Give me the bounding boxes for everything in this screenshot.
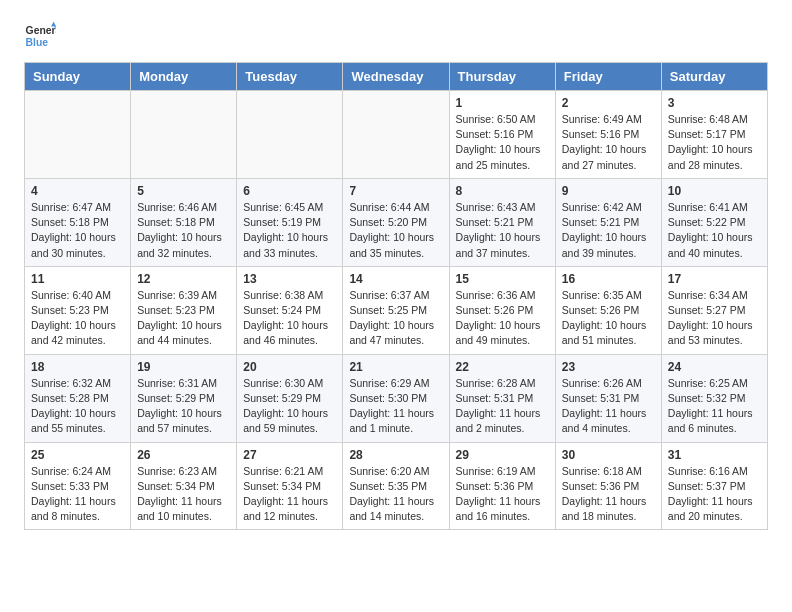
calendar-cell	[25, 91, 131, 179]
day-info: Sunrise: 6:31 AM Sunset: 5:29 PM Dayligh…	[137, 376, 230, 437]
day-info: Sunrise: 6:39 AM Sunset: 5:23 PM Dayligh…	[137, 288, 230, 349]
weekday-header-monday: Monday	[131, 63, 237, 91]
calendar-cell: 19Sunrise: 6:31 AM Sunset: 5:29 PM Dayli…	[131, 354, 237, 442]
day-number: 7	[349, 184, 442, 198]
day-number: 3	[668, 96, 761, 110]
calendar-cell: 2Sunrise: 6:49 AM Sunset: 5:16 PM Daylig…	[555, 91, 661, 179]
day-number: 4	[31, 184, 124, 198]
day-info: Sunrise: 6:19 AM Sunset: 5:36 PM Dayligh…	[456, 464, 549, 525]
day-info: Sunrise: 6:30 AM Sunset: 5:29 PM Dayligh…	[243, 376, 336, 437]
calendar-cell: 28Sunrise: 6:20 AM Sunset: 5:35 PM Dayli…	[343, 442, 449, 530]
calendar-cell: 10Sunrise: 6:41 AM Sunset: 5:22 PM Dayli…	[661, 178, 767, 266]
day-info: Sunrise: 6:36 AM Sunset: 5:26 PM Dayligh…	[456, 288, 549, 349]
calendar-cell: 14Sunrise: 6:37 AM Sunset: 5:25 PM Dayli…	[343, 266, 449, 354]
page-header: General Blue	[24, 20, 768, 52]
day-info: Sunrise: 6:48 AM Sunset: 5:17 PM Dayligh…	[668, 112, 761, 173]
day-number: 5	[137, 184, 230, 198]
day-number: 24	[668, 360, 761, 374]
calendar-cell: 17Sunrise: 6:34 AM Sunset: 5:27 PM Dayli…	[661, 266, 767, 354]
calendar-cell: 20Sunrise: 6:30 AM Sunset: 5:29 PM Dayli…	[237, 354, 343, 442]
day-number: 22	[456, 360, 549, 374]
day-info: Sunrise: 6:35 AM Sunset: 5:26 PM Dayligh…	[562, 288, 655, 349]
calendar-cell: 7Sunrise: 6:44 AM Sunset: 5:20 PM Daylig…	[343, 178, 449, 266]
calendar-cell: 23Sunrise: 6:26 AM Sunset: 5:31 PM Dayli…	[555, 354, 661, 442]
calendar-cell: 16Sunrise: 6:35 AM Sunset: 5:26 PM Dayli…	[555, 266, 661, 354]
day-info: Sunrise: 6:21 AM Sunset: 5:34 PM Dayligh…	[243, 464, 336, 525]
day-number: 13	[243, 272, 336, 286]
weekday-header-saturday: Saturday	[661, 63, 767, 91]
day-info: Sunrise: 6:37 AM Sunset: 5:25 PM Dayligh…	[349, 288, 442, 349]
day-info: Sunrise: 6:38 AM Sunset: 5:24 PM Dayligh…	[243, 288, 336, 349]
calendar-cell: 27Sunrise: 6:21 AM Sunset: 5:34 PM Dayli…	[237, 442, 343, 530]
day-number: 27	[243, 448, 336, 462]
day-info: Sunrise: 6:23 AM Sunset: 5:34 PM Dayligh…	[137, 464, 230, 525]
day-info: Sunrise: 6:26 AM Sunset: 5:31 PM Dayligh…	[562, 376, 655, 437]
calendar-week-row: 4Sunrise: 6:47 AM Sunset: 5:18 PM Daylig…	[25, 178, 768, 266]
day-number: 2	[562, 96, 655, 110]
logo-icon: General Blue	[24, 20, 56, 52]
day-number: 20	[243, 360, 336, 374]
day-info: Sunrise: 6:29 AM Sunset: 5:30 PM Dayligh…	[349, 376, 442, 437]
calendar-cell: 6Sunrise: 6:45 AM Sunset: 5:19 PM Daylig…	[237, 178, 343, 266]
calendar-cell: 13Sunrise: 6:38 AM Sunset: 5:24 PM Dayli…	[237, 266, 343, 354]
day-number: 29	[456, 448, 549, 462]
day-number: 21	[349, 360, 442, 374]
weekday-header-friday: Friday	[555, 63, 661, 91]
calendar-week-row: 25Sunrise: 6:24 AM Sunset: 5:33 PM Dayli…	[25, 442, 768, 530]
day-number: 11	[31, 272, 124, 286]
calendar-cell	[343, 91, 449, 179]
calendar-cell	[237, 91, 343, 179]
day-info: Sunrise: 6:47 AM Sunset: 5:18 PM Dayligh…	[31, 200, 124, 261]
calendar-cell: 11Sunrise: 6:40 AM Sunset: 5:23 PM Dayli…	[25, 266, 131, 354]
day-info: Sunrise: 6:28 AM Sunset: 5:31 PM Dayligh…	[456, 376, 549, 437]
day-info: Sunrise: 6:46 AM Sunset: 5:18 PM Dayligh…	[137, 200, 230, 261]
day-number: 23	[562, 360, 655, 374]
calendar-week-row: 11Sunrise: 6:40 AM Sunset: 5:23 PM Dayli…	[25, 266, 768, 354]
day-info: Sunrise: 6:32 AM Sunset: 5:28 PM Dayligh…	[31, 376, 124, 437]
calendar-cell: 30Sunrise: 6:18 AM Sunset: 5:36 PM Dayli…	[555, 442, 661, 530]
calendar-cell: 18Sunrise: 6:32 AM Sunset: 5:28 PM Dayli…	[25, 354, 131, 442]
day-info: Sunrise: 6:50 AM Sunset: 5:16 PM Dayligh…	[456, 112, 549, 173]
calendar-cell: 1Sunrise: 6:50 AM Sunset: 5:16 PM Daylig…	[449, 91, 555, 179]
day-info: Sunrise: 6:25 AM Sunset: 5:32 PM Dayligh…	[668, 376, 761, 437]
svg-text:General: General	[26, 25, 56, 36]
calendar-cell: 3Sunrise: 6:48 AM Sunset: 5:17 PM Daylig…	[661, 91, 767, 179]
logo: General Blue	[24, 20, 56, 52]
day-info: Sunrise: 6:16 AM Sunset: 5:37 PM Dayligh…	[668, 464, 761, 525]
calendar-table: SundayMondayTuesdayWednesdayThursdayFrid…	[24, 62, 768, 530]
calendar-cell: 24Sunrise: 6:25 AM Sunset: 5:32 PM Dayli…	[661, 354, 767, 442]
calendar-cell: 26Sunrise: 6:23 AM Sunset: 5:34 PM Dayli…	[131, 442, 237, 530]
weekday-header-thursday: Thursday	[449, 63, 555, 91]
day-number: 1	[456, 96, 549, 110]
calendar-cell: 8Sunrise: 6:43 AM Sunset: 5:21 PM Daylig…	[449, 178, 555, 266]
calendar-cell: 29Sunrise: 6:19 AM Sunset: 5:36 PM Dayli…	[449, 442, 555, 530]
weekday-header-tuesday: Tuesday	[237, 63, 343, 91]
weekday-header-sunday: Sunday	[25, 63, 131, 91]
calendar-cell: 22Sunrise: 6:28 AM Sunset: 5:31 PM Dayli…	[449, 354, 555, 442]
day-info: Sunrise: 6:20 AM Sunset: 5:35 PM Dayligh…	[349, 464, 442, 525]
day-info: Sunrise: 6:41 AM Sunset: 5:22 PM Dayligh…	[668, 200, 761, 261]
calendar-cell: 12Sunrise: 6:39 AM Sunset: 5:23 PM Dayli…	[131, 266, 237, 354]
day-info: Sunrise: 6:43 AM Sunset: 5:21 PM Dayligh…	[456, 200, 549, 261]
svg-text:Blue: Blue	[26, 37, 49, 48]
day-info: Sunrise: 6:42 AM Sunset: 5:21 PM Dayligh…	[562, 200, 655, 261]
day-number: 12	[137, 272, 230, 286]
day-number: 28	[349, 448, 442, 462]
calendar-week-row: 1Sunrise: 6:50 AM Sunset: 5:16 PM Daylig…	[25, 91, 768, 179]
day-number: 25	[31, 448, 124, 462]
day-number: 14	[349, 272, 442, 286]
day-number: 19	[137, 360, 230, 374]
day-number: 18	[31, 360, 124, 374]
calendar-cell: 4Sunrise: 6:47 AM Sunset: 5:18 PM Daylig…	[25, 178, 131, 266]
day-number: 6	[243, 184, 336, 198]
day-number: 15	[456, 272, 549, 286]
day-number: 31	[668, 448, 761, 462]
calendar-cell: 31Sunrise: 6:16 AM Sunset: 5:37 PM Dayli…	[661, 442, 767, 530]
day-info: Sunrise: 6:34 AM Sunset: 5:27 PM Dayligh…	[668, 288, 761, 349]
day-info: Sunrise: 6:44 AM Sunset: 5:20 PM Dayligh…	[349, 200, 442, 261]
day-number: 16	[562, 272, 655, 286]
calendar-cell: 15Sunrise: 6:36 AM Sunset: 5:26 PM Dayli…	[449, 266, 555, 354]
calendar-cell: 21Sunrise: 6:29 AM Sunset: 5:30 PM Dayli…	[343, 354, 449, 442]
calendar-cell: 25Sunrise: 6:24 AM Sunset: 5:33 PM Dayli…	[25, 442, 131, 530]
day-number: 30	[562, 448, 655, 462]
